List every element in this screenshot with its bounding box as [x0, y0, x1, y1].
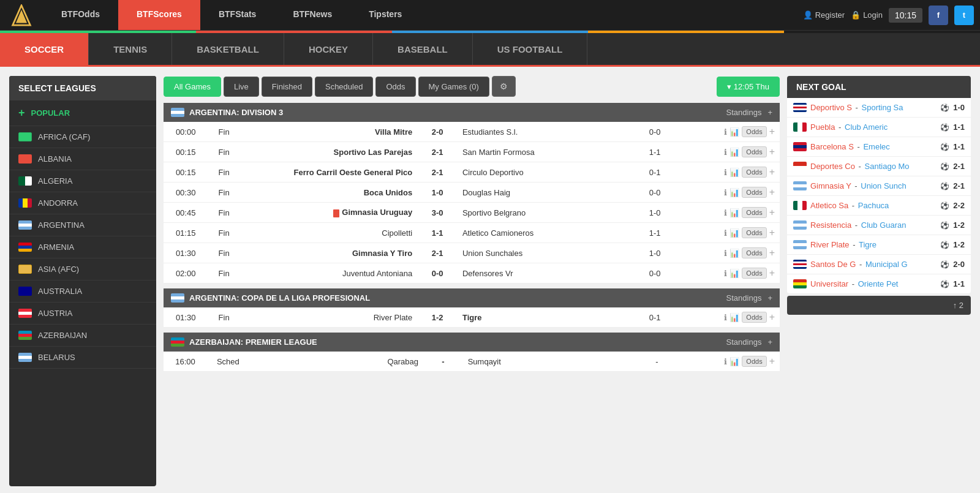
chart-icon[interactable]: 📊 — [729, 168, 739, 177]
ng-score: 1-2 — [953, 220, 965, 230]
odds-button[interactable]: Odds — [742, 312, 766, 323]
sidebar-item-asia[interactable]: ASIA (AFC) — [9, 258, 156, 280]
info-icon[interactable]: ℹ — [724, 127, 727, 137]
sport-tab-baseball[interactable]: BASEBALL — [373, 33, 473, 65]
sport-tab-basketball[interactable]: BASKETBALL — [172, 33, 284, 65]
odds-button[interactable]: Odds — [742, 268, 766, 279]
ng-home-team[interactable]: Barcelona S — [810, 142, 854, 151]
add-button[interactable]: + — [769, 126, 775, 137]
sidebar-item-belarus[interactable]: BELARUS — [9, 347, 156, 369]
odds-button[interactable]: Odds — [742, 167, 766, 178]
sidebar-item-popular[interactable]: + POPULAR — [9, 100, 156, 126]
filter-finished[interactable]: Finished — [262, 77, 312, 97]
info-icon[interactable]: ℹ — [724, 249, 727, 258]
filter-odds[interactable]: Odds — [375, 77, 415, 97]
nav-tab-btfnews[interactable]: BTFNews — [274, 0, 350, 30]
chart-icon[interactable]: 📊 — [729, 249, 739, 258]
chart-icon[interactable]: 📊 — [729, 228, 739, 238]
soccer-ball-icon: ⚽ — [940, 103, 949, 112]
add-button[interactable]: + — [769, 356, 775, 367]
ng-home-team[interactable]: Resistencia — [810, 220, 851, 230]
filter-all-games[interactable]: All Games — [164, 77, 221, 97]
ng-away-team[interactable]: Tigre — [859, 240, 876, 249]
info-icon[interactable]: ℹ — [724, 148, 727, 157]
info-icon[interactable]: ℹ — [724, 168, 727, 177]
chart-icon[interactable]: 📊 — [729, 148, 739, 157]
ng-away-team[interactable]: Emelec — [863, 142, 889, 151]
nav-tab-btfscores[interactable]: BTFScores — [118, 0, 200, 30]
info-icon[interactable]: ℹ — [724, 313, 727, 322]
chart-icon[interactable]: 📊 — [729, 188, 739, 197]
nav-tab-btfstats[interactable]: BTFStats — [200, 0, 274, 30]
sport-tab-soccer[interactable]: SOCCER — [0, 33, 89, 65]
info-icon[interactable]: ℹ — [724, 269, 727, 278]
chart-icon[interactable]: 📊 — [729, 127, 739, 137]
add-button[interactable]: + — [769, 167, 775, 178]
odds-button[interactable]: Odds — [742, 146, 766, 157]
ng-away-team[interactable]: Santiago Mo — [865, 162, 910, 171]
sidebar-item-africa[interactable]: AFRICA (CAF) — [9, 126, 156, 148]
ng-home-team[interactable]: Atletico Sa — [810, 201, 848, 210]
logo[interactable] — [0, 4, 43, 26]
ng-away-team[interactable]: Sporting Sa — [862, 103, 903, 112]
ng-away-team[interactable]: Pachuca — [858, 201, 889, 210]
odds-button[interactable]: Odds — [742, 207, 766, 218]
info-icon[interactable]: ℹ — [724, 357, 727, 366]
ng-home-team[interactable]: Santos De G — [810, 260, 856, 269]
ng-home-team[interactable]: Universitar — [810, 279, 848, 288]
nav-tab-btfodds[interactable]: BTFOdds — [43, 0, 118, 30]
login-button[interactable]: 🔒 Login — [851, 10, 883, 20]
sport-tab-tennis[interactable]: TENNIS — [89, 33, 172, 65]
odds-button[interactable]: Odds — [742, 187, 766, 198]
sidebar-item-australia[interactable]: AUSTRALIA — [9, 280, 156, 303]
sport-tab-usfootball[interactable]: US FOOTBALL — [473, 33, 588, 65]
odds-button[interactable]: Odds — [742, 126, 766, 137]
add-button[interactable]: + — [769, 207, 775, 218]
add-button[interactable]: + — [769, 227, 775, 238]
flag-belarus — [18, 353, 32, 362]
ng-home-team[interactable]: Deportivo S — [810, 103, 852, 112]
sidebar-item-armenia[interactable]: ARMENIA — [9, 236, 156, 258]
filter-live[interactable]: Live — [224, 77, 259, 97]
add-button[interactable]: + — [769, 146, 775, 157]
sport-tab-hockey[interactable]: HOCKEY — [284, 33, 373, 65]
ng-home-team[interactable]: Gimnasia Y — [810, 181, 851, 190]
add-button[interactable]: + — [769, 268, 775, 279]
odds-button[interactable]: Odds — [742, 227, 766, 238]
chart-icon[interactable]: 📊 — [729, 269, 739, 278]
chart-icon[interactable]: 📊 — [729, 208, 739, 217]
filter-scheduled[interactable]: Scheduled — [315, 77, 373, 97]
sidebar-item-andorra[interactable]: ANDORRA — [9, 192, 156, 214]
nav-tab-tipsters[interactable]: Tipsters — [350, 0, 420, 30]
odds-button[interactable]: Odds — [742, 247, 766, 258]
ng-away-team[interactable]: Oriente Pet — [858, 279, 899, 288]
ng-home-team[interactable]: Puebla — [810, 122, 835, 132]
info-icon[interactable]: ℹ — [724, 228, 727, 238]
info-icon[interactable]: ℹ — [724, 208, 727, 217]
register-button[interactable]: 👤 Register — [803, 10, 845, 20]
sidebar-item-austria[interactable]: AUSTRIA — [9, 303, 156, 325]
ng-home-team[interactable]: Deportes Co — [810, 162, 855, 171]
settings-button[interactable]: ⚙ — [492, 76, 516, 97]
ng-away-team[interactable]: Municipal G — [865, 260, 908, 269]
chart-icon[interactable]: 📊 — [729, 357, 739, 366]
filter-my-games[interactable]: My Games (0) — [418, 77, 489, 97]
time-filter-button[interactable]: ▾ 12:05 Thu — [717, 77, 780, 97]
twitter-button[interactable]: t — [954, 6, 974, 25]
chart-icon[interactable]: 📊 — [729, 313, 739, 322]
info-icon[interactable]: ℹ — [724, 188, 727, 197]
sidebar-item-azerbaijan[interactable]: AZERBAIJAN — [9, 325, 156, 347]
ng-home-team[interactable]: River Plate — [810, 240, 850, 249]
sidebar-item-albania[interactable]: ALBANIA — [9, 148, 156, 170]
sidebar-item-argentina[interactable]: ARGENTINA — [9, 214, 156, 236]
ng-away-team[interactable]: Club Guaran — [861, 220, 907, 230]
add-button[interactable]: + — [769, 312, 775, 323]
add-button[interactable]: + — [769, 247, 775, 258]
sidebar-item-algeria[interactable]: ALGERIA — [9, 170, 156, 192]
plus-icon: + — [18, 107, 25, 119]
ng-away-team[interactable]: Union Sunch — [861, 181, 906, 190]
add-button[interactable]: + — [769, 187, 775, 198]
odds-button[interactable]: Odds — [742, 356, 766, 367]
ng-away-team[interactable]: Club Americ — [845, 122, 888, 132]
facebook-button[interactable]: f — [929, 6, 948, 25]
